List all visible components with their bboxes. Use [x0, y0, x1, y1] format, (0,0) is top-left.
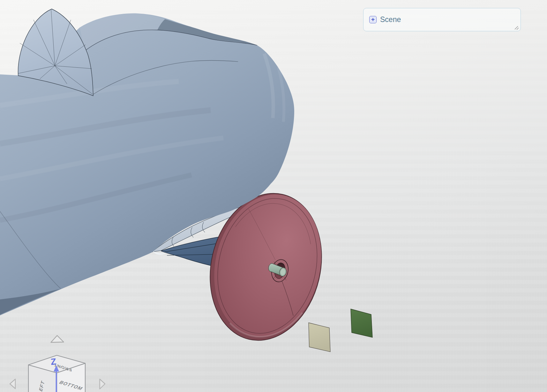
rotate-right-arrow[interactable]	[100, 379, 105, 389]
z-axis-label: Z	[50, 357, 57, 367]
expand-plus-icon[interactable]: +	[369, 16, 377, 23]
scene-tree-panel[interactable]: + Scene	[363, 8, 521, 31]
scene-tree-root-label: Scene	[380, 15, 401, 24]
quad-beige-mesh[interactable]	[309, 323, 330, 352]
cad-viewer: { "scene_panel": { "label": "Scene", "ex…	[0, 0, 547, 392]
rotate-left-arrow[interactable]	[10, 379, 15, 389]
rotate-up-arrow[interactable]	[51, 335, 64, 343]
quad-green-mesh[interactable]	[351, 309, 372, 337]
panel-resize-handle[interactable]	[513, 25, 519, 30]
3d-viewport-canvas[interactable]: FRONT LEFT BOTTOM Z	[0, 0, 547, 392]
orientation-widget: FRONT LEFT BOTTOM Z	[10, 335, 105, 392]
